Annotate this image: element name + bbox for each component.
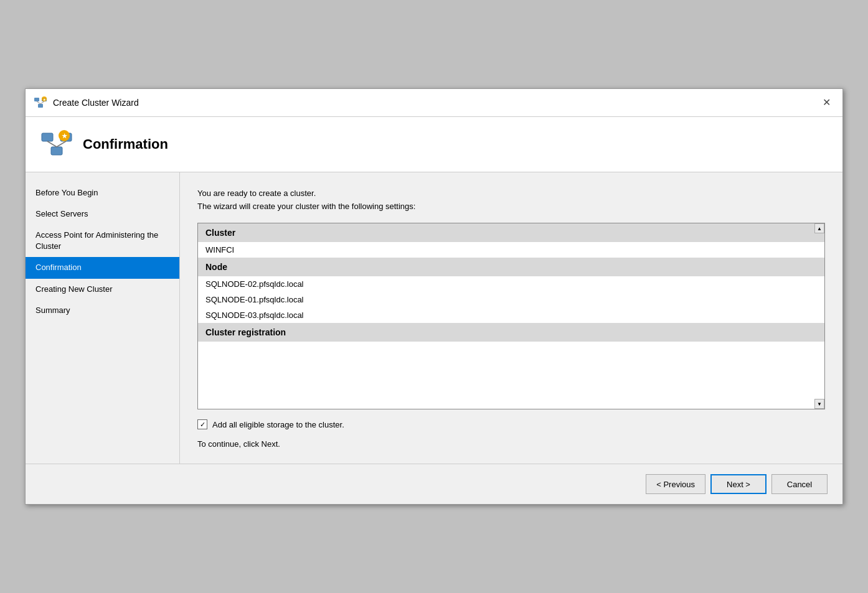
svg-rect-7 <box>42 133 53 141</box>
continue-text: To continue, click Next. <box>197 439 825 449</box>
svg-rect-9 <box>51 147 62 155</box>
close-button[interactable]: ✕ <box>818 94 835 111</box>
intro-text: You are ready to create a cluster. The w… <box>197 187 825 213</box>
cluster-registration-header-row: Cluster registration <box>198 323 824 342</box>
header-icon: ★ <box>40 128 73 161</box>
checkbox-row[interactable]: ✓ Add all eligible storage to the cluste… <box>197 419 825 429</box>
settings-table: Cluster WINFCI Node SQLNODE-02.pfsqldc.l… <box>198 223 824 342</box>
window-title: Create Cluster Wizard <box>53 98 139 108</box>
footer: < Previous Next > Cancel <box>26 464 842 504</box>
previous-button[interactable]: < Previous <box>646 474 705 494</box>
sidebar-item-summary[interactable]: Summary <box>26 300 179 321</box>
svg-text:★: ★ <box>62 133 68 139</box>
wizard-window: ★ Create Cluster Wizard ✕ ★ Confirmation… <box>25 88 843 505</box>
next-button[interactable]: Next > <box>710 474 767 494</box>
svg-line-10 <box>47 141 57 147</box>
node-row-3: SQLNODE-03.pfsqldc.local <box>198 307 824 323</box>
settings-table-container[interactable]: Cluster WINFCI Node SQLNODE-02.pfsqldc.l… <box>197 223 825 409</box>
svg-rect-0 <box>34 98 39 101</box>
checkbox-label: Add all eligible storage to the cluster. <box>212 420 344 429</box>
sidebar-item-before-you-begin[interactable]: Before You Begin <box>26 182 179 203</box>
sidebar-item-creating-new-cluster[interactable]: Creating New Cluster <box>26 279 179 300</box>
sidebar-item-select-servers[interactable]: Select Servers <box>26 203 179 225</box>
titlebar-left: ★ Create Cluster Wizard <box>33 95 139 110</box>
svg-line-4 <box>40 101 44 104</box>
header-section: ★ Confirmation <box>26 117 842 172</box>
sidebar-item-access-point[interactable]: Access Point for Administering the Clust… <box>26 225 179 257</box>
cluster-value-row: WINFCI <box>198 242 824 258</box>
node-header-row: Node <box>198 258 824 276</box>
page-title: Confirmation <box>83 136 168 152</box>
scrollbar-down-arrow[interactable]: ▼ <box>814 399 824 409</box>
checkbox-checkmark: ✓ <box>200 421 205 429</box>
content-area: Before You Begin Select Servers Access P… <box>26 172 842 464</box>
sidebar: Before You Begin Select Servers Access P… <box>26 172 180 464</box>
titlebar-icon: ★ <box>33 95 48 110</box>
sidebar-item-confirmation[interactable]: Confirmation <box>26 257 179 278</box>
titlebar: ★ Create Cluster Wizard ✕ <box>26 89 842 117</box>
storage-checkbox[interactable]: ✓ <box>197 419 207 429</box>
cancel-button[interactable]: Cancel <box>771 474 828 494</box>
node-row-1: SQLNODE-02.pfsqldc.local <box>198 276 824 292</box>
scrollbar-up-arrow[interactable]: ▲ <box>814 223 824 233</box>
main-content: You are ready to create a cluster. The w… <box>180 172 842 464</box>
node-row-2: SQLNODE-01.pfsqldc.local <box>198 292 824 307</box>
svg-rect-2 <box>38 104 43 108</box>
svg-line-3 <box>37 101 40 104</box>
cluster-header-row: Cluster <box>198 223 824 242</box>
svg-line-11 <box>57 141 66 147</box>
